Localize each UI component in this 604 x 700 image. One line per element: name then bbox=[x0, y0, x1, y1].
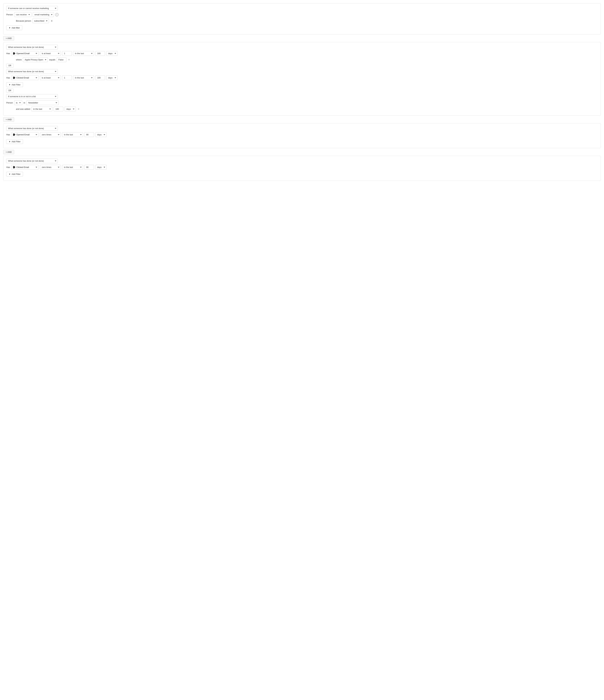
days-unit-select-4[interactable]: days bbox=[95, 132, 107, 137]
condition-section-2: What someone has done (or not done) Has … bbox=[3, 123, 601, 148]
is-at-least-select-1[interactable]: is at least bbox=[40, 51, 61, 56]
clicked-email-label-1: Clicked Email bbox=[16, 77, 29, 79]
where-close-button-1[interactable]: × bbox=[68, 58, 70, 61]
and-button-wrap-3: + AND bbox=[3, 150, 601, 154]
cs1-sub-condition-3[interactable]: If someone is in or not in a list bbox=[6, 94, 58, 99]
subsection-list: If someone is in or not in a list Person… bbox=[6, 94, 598, 111]
days-input-4[interactable] bbox=[84, 132, 94, 137]
number-input-2[interactable] bbox=[62, 75, 72, 80]
opened-email-select-2[interactable]: Opened Email bbox=[11, 132, 38, 137]
clicked-email-label-2: Clicked Email bbox=[16, 166, 29, 168]
cs2-main-condition[interactable]: What someone has done (or not done) bbox=[6, 126, 58, 131]
equals-label-1: equals bbox=[49, 58, 55, 61]
days-unit-select-5[interactable]: days bbox=[95, 165, 107, 170]
person-label-2: Person bbox=[6, 101, 13, 104]
in-the-last-select-1[interactable]: in the last bbox=[73, 51, 94, 56]
info-icon[interactable]: i bbox=[55, 13, 58, 16]
in-the-last-select-3[interactable]: in the last bbox=[31, 107, 52, 111]
and-button-2[interactable]: + AND bbox=[3, 117, 14, 122]
person-label: Person bbox=[6, 14, 13, 16]
days-input-3[interactable] bbox=[54, 107, 63, 111]
email-icon-1 bbox=[13, 52, 15, 55]
filter-icon-3: ▼ bbox=[9, 141, 10, 143]
days-input-2[interactable] bbox=[95, 75, 105, 80]
can-receive-select[interactable]: can receive bbox=[14, 12, 31, 17]
add-filter-button-3[interactable]: ▼ Add Filter bbox=[6, 139, 23, 144]
has-label-4: Has bbox=[6, 166, 10, 168]
or-wrap-1: OR bbox=[6, 64, 598, 68]
and-button-wrap-1: + AND bbox=[3, 36, 601, 41]
opened-email-select-1[interactable]: Opened Email bbox=[11, 51, 38, 56]
or-wrap-2: OR bbox=[6, 89, 598, 93]
days-unit-select-1[interactable]: days bbox=[106, 51, 117, 56]
is-select[interactable]: is bbox=[14, 100, 22, 105]
clicked-email-select-2[interactable]: Clicked Email bbox=[11, 165, 38, 170]
filter-icon-1: ▼ bbox=[9, 27, 10, 29]
subsection-clicked-email: What someone has done (or not done) Has … bbox=[6, 69, 598, 87]
marketing-type-select[interactable]: email marketing bbox=[33, 12, 54, 17]
days-unit-select-2[interactable]: days bbox=[106, 75, 117, 80]
add-filter-label-2: Add Filter bbox=[11, 83, 21, 86]
add-filter-button-1[interactable]: ▼ Add filter bbox=[6, 25, 22, 30]
add-filter-button-4[interactable]: ▼ Add Filter bbox=[6, 172, 23, 176]
because-person-close-button[interactable]: × bbox=[50, 20, 53, 22]
or-button-1[interactable]: OR bbox=[6, 64, 14, 68]
and-button-1[interactable]: + AND bbox=[3, 36, 14, 41]
has-label-2: Has bbox=[6, 77, 10, 79]
has-label-3: Has bbox=[6, 133, 10, 136]
filter-icon-2: ▼ bbox=[9, 84, 10, 86]
email-icon-3 bbox=[13, 133, 15, 136]
cs1-sub-condition-2[interactable]: What someone has done (or not done) bbox=[6, 69, 58, 74]
has-label-1: Has bbox=[6, 52, 10, 55]
cs1-main-condition[interactable]: What someone has done (or not done) bbox=[6, 45, 58, 49]
where-label-1: where bbox=[16, 58, 22, 61]
cs3-main-condition[interactable]: What someone has done (or not done) bbox=[6, 158, 58, 163]
apple-privacy-select[interactable]: Apple Privacy Open bbox=[23, 57, 48, 62]
zero-times-select-1[interactable]: zero times bbox=[40, 132, 61, 137]
filter-icon-4: ▼ bbox=[9, 173, 10, 175]
is-at-least-select-2[interactable]: is at least bbox=[40, 75, 61, 80]
newsletter-select[interactable]: Newsletter bbox=[26, 100, 59, 105]
opened-email-label-1: Opened Email bbox=[16, 52, 29, 55]
false-input-1[interactable] bbox=[57, 57, 67, 62]
email-icon-2 bbox=[13, 77, 15, 79]
zero-times-select-2[interactable]: zero times bbox=[40, 165, 61, 170]
opened-email-label-2: Opened Email bbox=[16, 133, 29, 136]
and-button-wrap-2: + AND bbox=[3, 117, 601, 122]
subscribed-select[interactable]: subscribed bbox=[32, 19, 49, 23]
in-the-last-select-5[interactable]: in the last bbox=[62, 165, 83, 170]
email-icon-4 bbox=[13, 166, 15, 168]
in-the-last-select-4[interactable]: in the last bbox=[62, 132, 83, 137]
because-person-label: Because person bbox=[16, 20, 31, 22]
number-input-1[interactable] bbox=[62, 51, 72, 56]
and-button-3[interactable]: + AND bbox=[3, 150, 14, 154]
or-button-2[interactable]: OR bbox=[6, 89, 14, 93]
marketing-condition-select[interactable]: If someone can or cannot receive marketi… bbox=[6, 6, 58, 10]
days-input-1[interactable] bbox=[95, 51, 105, 56]
add-filter-button-2[interactable]: ▼ Add Filter bbox=[6, 82, 23, 87]
marketing-section: If someone can or cannot receive marketi… bbox=[3, 3, 601, 34]
add-filter-label-1: Add filter bbox=[11, 27, 20, 29]
condition-section-3: What someone has done (or not done) Has … bbox=[3, 156, 601, 181]
condition-section-1: What someone has done (or not done) Has … bbox=[3, 42, 601, 116]
days-input-5[interactable] bbox=[84, 165, 94, 170]
in-the-last-select-2[interactable]: in the last bbox=[73, 75, 94, 80]
in-label: in bbox=[24, 101, 25, 104]
days-unit-select-3[interactable]: days bbox=[64, 107, 76, 111]
and-was-added-label: and was added bbox=[16, 108, 30, 110]
clicked-email-select-1[interactable]: Clicked Email bbox=[11, 75, 38, 80]
add-filter-label-3: Add Filter bbox=[11, 140, 21, 143]
add-filter-label-4: Add Filter bbox=[11, 173, 21, 175]
and-was-added-close-button[interactable]: × bbox=[77, 108, 80, 110]
